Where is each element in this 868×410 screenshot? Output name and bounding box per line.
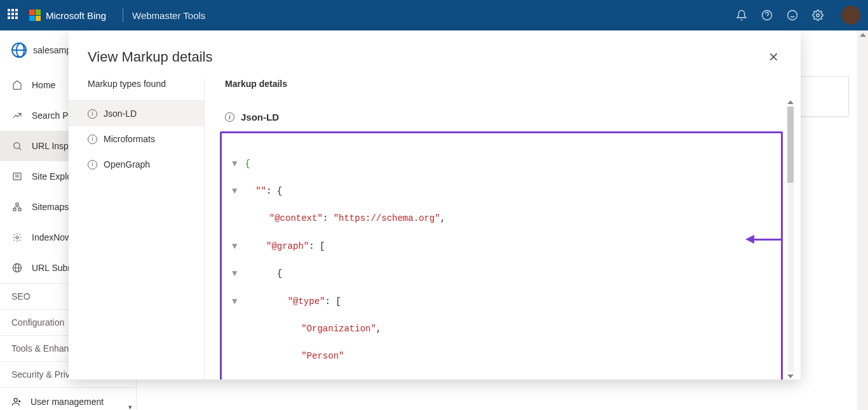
svg-point-6 <box>14 143 20 149</box>
nav-label: IndexNow <box>32 232 71 242</box>
modal-title: View Markup details <box>88 49 212 65</box>
nav-label: URL Inspe <box>32 141 74 151</box>
svg-rect-12 <box>13 209 16 211</box>
details-subheading: iJson-LD <box>220 99 783 131</box>
app-launcher-icon[interactable] <box>8 9 20 22</box>
chevron-down-icon: ▾ <box>128 403 132 410</box>
nav-label: Sitemaps <box>32 202 69 212</box>
notifications-icon[interactable] <box>736 10 747 21</box>
close-icon[interactable]: ✕ <box>766 47 782 67</box>
tool-name: Webmaster Tools <box>132 10 205 21</box>
svg-rect-11 <box>16 203 18 205</box>
code-scrollbar[interactable] <box>785 99 796 380</box>
markup-type-jsonld[interactable]: iJson-LD <box>69 101 204 126</box>
gear-icon <box>11 232 23 243</box>
user-icon <box>11 397 22 407</box>
list-icon <box>11 171 23 182</box>
home-icon <box>11 79 23 91</box>
site-name: salesamp <box>33 45 71 55</box>
brand-logo[interactable]: Microsoft Bing <box>29 10 106 21</box>
settings-icon[interactable] <box>812 10 824 21</box>
info-icon: i <box>88 160 97 169</box>
markup-type-label: Json-LD <box>104 109 137 119</box>
info-icon: i <box>88 135 97 144</box>
page-scrollbar[interactable] <box>857 30 868 410</box>
help-icon[interactable] <box>761 10 773 21</box>
code-viewer[interactable]: ▼ { ▼ "": { "@context": "https://schema.… <box>220 131 783 380</box>
brand-text: Microsoft Bing <box>46 10 106 21</box>
globe-small-icon <box>11 262 23 274</box>
feedback-icon[interactable] <box>787 10 798 21</box>
header-actions <box>736 6 860 25</box>
markup-types-heading: Markup types found <box>69 79 204 101</box>
details-scroll: iJson-LD ▼ { ▼ "": { "@context": "https:… <box>220 99 801 380</box>
svg-point-18 <box>14 398 17 401</box>
top-header: Microsoft Bing Webmaster Tools <box>0 0 868 30</box>
info-icon: i <box>88 109 97 119</box>
user-avatar[interactable] <box>841 6 860 25</box>
markup-type-label: Microformats <box>104 134 155 144</box>
sitemap-icon <box>11 201 23 213</box>
nav-user-management[interactable]: User management ▾ <box>0 387 136 410</box>
svg-rect-13 <box>18 209 21 211</box>
markup-type-label: OpenGraph <box>104 159 150 169</box>
microsoft-logo-icon <box>29 10 41 21</box>
svg-point-14 <box>16 236 18 239</box>
markup-type-opengraph[interactable]: iOpenGraph <box>69 152 204 177</box>
divider <box>123 8 123 22</box>
svg-line-7 <box>19 148 21 150</box>
modal-header: View Markup details ✕ <box>69 30 801 79</box>
markup-types-sidebar: Markup types found iJson-LD iMicroformat… <box>69 79 205 380</box>
markup-type-microformats[interactable]: iMicroformats <box>69 126 204 152</box>
svg-point-0 <box>763 11 772 20</box>
svg-rect-8 <box>13 173 21 180</box>
markup-details-modal: View Markup details ✕ Markup types found… <box>69 30 801 380</box>
details-heading: Markup details <box>220 79 801 99</box>
trend-icon <box>11 110 23 121</box>
nav-label: Home <box>32 80 55 90</box>
markup-details-pane: Markup details iJson-LD ▼ { ▼ "": { "@co… <box>205 79 801 380</box>
svg-point-5 <box>817 14 820 17</box>
svg-point-2 <box>788 11 797 20</box>
nav-label: User management <box>31 397 104 407</box>
info-icon: i <box>225 112 234 122</box>
globe-icon <box>11 43 27 58</box>
annotation-arrow <box>745 235 783 244</box>
search-icon <box>11 140 23 152</box>
